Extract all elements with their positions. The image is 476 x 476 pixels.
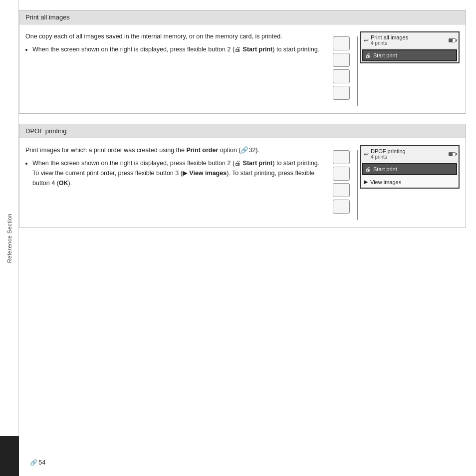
lcd-battery-inner-1 bbox=[449, 39, 453, 42]
lcd-title-1: Print all images bbox=[371, 34, 408, 40]
footer-icon: 🔗 bbox=[30, 459, 37, 466]
cam-btn-1 bbox=[333, 36, 350, 50]
section-text-dpof: Print images for which a print order was… bbox=[25, 145, 323, 220]
camera-mockup-2: ↩ DPOF printing 4 prints 🖨 Start prin bbox=[333, 145, 460, 220]
back-icon-2: ↩ bbox=[364, 151, 369, 158]
lcd-row-text-start-print-1: Start print bbox=[373, 52, 397, 58]
cam-btn-2 bbox=[333, 53, 350, 67]
main-content: Print all images One copy each of all im… bbox=[19, 10, 466, 446]
dpof-para-1: Print images for which a print order was… bbox=[25, 145, 323, 155]
camera-mockup-1: ↩ Print all images 4 prints 🖨 Start p bbox=[333, 31, 460, 106]
bold-start-print-2: Start print bbox=[243, 160, 273, 167]
cam-btn-3 bbox=[333, 69, 350, 83]
lcd-row-start-print-2: 🖨 Start print bbox=[362, 163, 457, 175]
section-header-dpof: DPOF printing bbox=[19, 124, 466, 138]
lcd-header-left-2: ↩ DPOF printing 4 prints bbox=[364, 148, 406, 160]
cam-btn-8 bbox=[333, 200, 350, 214]
cam-btn-7 bbox=[333, 183, 350, 197]
bold-view-images: View images bbox=[189, 170, 227, 177]
lcd-screen-2: ↩ DPOF printing 4 prints 🖨 Start prin bbox=[360, 145, 460, 189]
section-print-all-images: Print all images One copy each of all im… bbox=[19, 10, 466, 114]
footer-page: 54 bbox=[38, 459, 45, 466]
lcd-row-start-print-1: 🖨 Start print bbox=[362, 49, 457, 61]
lcd-header-left-1: ↩ Print all images 4 prints bbox=[364, 34, 408, 46]
section-dpof-printing: DPOF printing Print images for which a p… bbox=[19, 124, 466, 228]
camera-body-2 bbox=[333, 145, 352, 214]
bullet-1: When the screen shown on the right is di… bbox=[32, 44, 323, 54]
lcd-prints-1: 4 prints bbox=[371, 40, 408, 46]
lcd-row-view-images: ▶ View images bbox=[361, 176, 459, 188]
dpof-bullet-1: When the screen shown on the right is di… bbox=[32, 158, 323, 188]
lcd-battery-inner-2 bbox=[449, 153, 453, 156]
section-body-dpof: Print images for which a print order was… bbox=[19, 138, 466, 227]
lcd-title-area-1: Print all images 4 prints bbox=[371, 34, 408, 46]
print-icon-1: 🖨 bbox=[365, 52, 371, 58]
lcd-battery-1 bbox=[449, 38, 456, 42]
cam-btn-6 bbox=[333, 167, 350, 181]
cam-btn-4 bbox=[333, 86, 350, 100]
sidebar-label: Reference Section bbox=[6, 214, 12, 263]
camera-divider-2 bbox=[354, 150, 358, 220]
para-1: One copy each of all images saved in the… bbox=[25, 31, 323, 41]
lcd-header-2: ↩ DPOF printing 4 prints bbox=[361, 146, 459, 162]
lcd-header-1: ↩ Print all images 4 prints bbox=[361, 32, 459, 48]
play-icon: ▶ bbox=[364, 179, 368, 185]
bold-start-print: Start print bbox=[243, 46, 273, 53]
lcd-title-area-2: DPOF printing 4 prints bbox=[371, 148, 406, 160]
camera-divider-1 bbox=[354, 36, 358, 106]
camera-body-1 bbox=[333, 31, 352, 100]
print-icon-2: 🖨 bbox=[365, 166, 371, 172]
cam-btn-5 bbox=[333, 150, 350, 164]
bold-ok: OK bbox=[59, 180, 68, 187]
lcd-battery-2 bbox=[449, 152, 456, 156]
lcd-row-text-view-images: View images bbox=[370, 179, 401, 185]
sidebar-black-block bbox=[0, 436, 19, 476]
lcd-screen-1: ↩ Print all images 4 prints 🖨 Start p bbox=[360, 31, 460, 63]
section-header-print-all-images: Print all images bbox=[19, 10, 466, 24]
lcd-row-text-start-print-2: Start print bbox=[373, 166, 397, 172]
footer: 🔗 54 bbox=[30, 459, 45, 466]
sidebar: Reference Section bbox=[0, 0, 19, 476]
section-body-print-all-images: One copy each of all images saved in the… bbox=[19, 24, 466, 113]
bold-print-order: Print order bbox=[186, 147, 218, 154]
lcd-prints-2: 4 prints bbox=[371, 154, 406, 160]
lcd-title-2: DPOF printing bbox=[371, 148, 406, 154]
back-icon-1: ↩ bbox=[364, 37, 369, 44]
section-text-print-all-images: One copy each of all images saved in the… bbox=[25, 31, 323, 106]
